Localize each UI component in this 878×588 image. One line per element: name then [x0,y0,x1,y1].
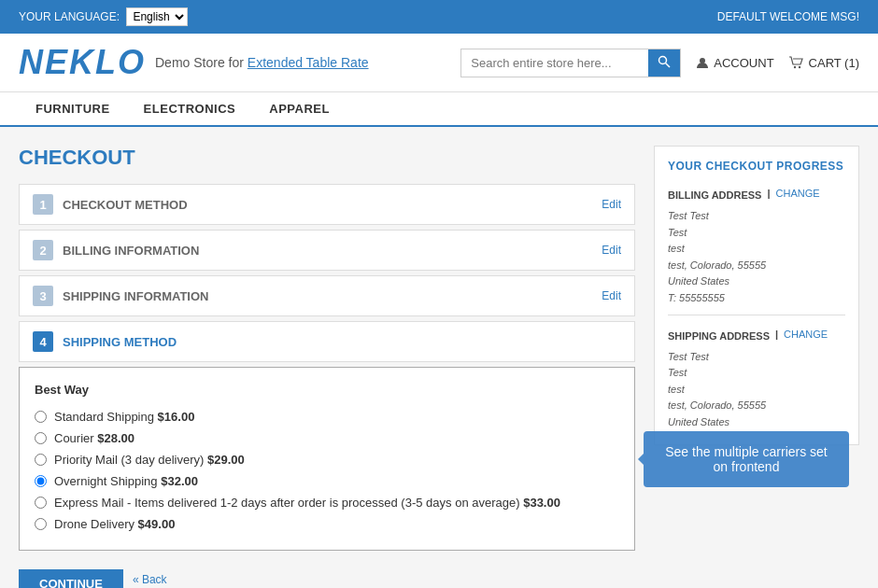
shipping-price-1: $28.00 [97,431,135,445]
shipping-city-state: test, Colorado, 55555 [668,398,845,414]
step-4-number: 4 [33,331,53,352]
continue-button[interactable]: CONTINUE [19,569,123,588]
svg-point-4 [798,66,800,68]
step-2-label: BILLING INFORMATION [63,244,199,258]
step-2-number: 2 [33,240,53,260]
checkout-title: CHECKOUT [19,146,635,170]
shipping-radio-2[interactable] [35,454,47,466]
billing-change-link[interactable]: CHANGE [776,188,820,199]
shipping-radio-3[interactable] [35,475,47,487]
shipping-label-0[interactable]: Standard Shipping $16.00 [54,410,194,424]
navigation: FURNITURE ELECTRONICS APPAREL [0,92,878,127]
shipping-company: Test [668,365,845,382]
step-3-number: 3 [33,286,53,306]
search-input[interactable] [461,50,648,76]
demo-tagline: Demo Store for Extended Table Rate [155,55,369,70]
step-2: 2 BILLING INFORMATION Edit [19,230,635,271]
billing-street: test [668,241,845,258]
progress-box: YOUR CHECKOUT PROGRESS BILLING ADDRESS |… [654,146,859,445]
billing-city-state: test, Colorado, 55555 [668,258,845,274]
svg-point-3 [793,66,795,68]
shipping-radio-4[interactable] [35,497,47,509]
welcome-message: DEFAULT WELCOME MSG! [717,10,859,23]
shipping-radio-0[interactable] [35,411,47,423]
billing-info: Test Test Test test test, Colorado, 5555… [668,208,845,307]
step-1-label: CHECKOUT METHOD [63,198,188,212]
nav-item-furniture[interactable]: FURNITURE [19,92,127,125]
shipping-label-3[interactable]: Overnight Shipping $32.00 [54,474,198,488]
shipping-address-label: SHIPPING ADDRESS [668,330,770,342]
shipping-option-1: Courier $28.00 [35,427,619,449]
step-4-label: SHIPPING METHOD [63,335,177,349]
checkout-area: CHECKOUT 1 CHECKOUT METHOD Edit 2 BILLIN… [19,146,635,588]
shipping-option-0: Standard Shipping $16.00 [35,406,619,427]
account-label: ACCOUNT [714,56,773,70]
step-1: 1 CHECKOUT METHOD Edit [19,184,635,225]
step-3-edit[interactable]: Edit [602,289,621,302]
billing-address-label: BILLING ADDRESS [668,189,761,201]
shipping-option-5: Drone Delivery $49.00 [35,513,619,535]
checkout-actions: CONTINUE « Back [19,560,635,588]
shipping-radio-1[interactable] [35,432,47,444]
cart-link[interactable]: CART (1) [789,56,859,70]
step-3-label: SHIPPING INFORMATION [63,289,208,303]
shipping-radio-5[interactable] [35,518,47,530]
search-bar [460,49,681,77]
shipping-price-0: $16.00 [158,410,195,424]
main-content: CHECKOUT 1 CHECKOUT METHOD Edit 2 BILLIN… [0,127,878,588]
svg-point-0 [659,56,667,63]
language-selector[interactable]: YOUR LANGUAGE: English [19,7,188,26]
header: NEKLO Demo Store for Extended Table Rate… [0,34,878,92]
shipping-label-5[interactable]: Drone Delivery $49.00 [54,517,175,531]
top-bar: YOUR LANGUAGE: English DEFAULT WELCOME M… [0,0,878,34]
logo[interactable]: NEKLO [19,43,146,82]
svg-line-1 [666,63,671,67]
account-link[interactable]: ACCOUNT [696,56,773,70]
shipping-price-3: $32.00 [161,474,198,488]
shipping-option-3: Overnight Shipping $32.00 [35,470,619,492]
step-4: 4 SHIPPING METHOD [19,321,635,362]
back-link[interactable]: « Back [133,573,167,586]
billing-phone: T: 55555555 [668,290,845,307]
carrier-name: Best Way [35,383,619,397]
shipping-name: Test Test [668,349,845,366]
shipping-street: test [668,382,845,399]
demo-prefix: Demo Store for [155,55,248,70]
nav-item-electronics[interactable]: ELECTRONICS [127,92,253,125]
shipping-info: Test Test Test test test, Colorado, 5555… [668,349,845,431]
shipping-price-2: $29.00 [207,453,245,467]
shipping-price-4: $33.00 [523,496,560,510]
shipping-price-5: $49.00 [138,517,176,531]
billing-country: United States [668,273,845,290]
search-button[interactable] [648,49,680,77]
checkout-sidebar: YOUR CHECKOUT PROGRESS BILLING ADDRESS |… [654,146,859,588]
shipping-label-1[interactable]: Courier $28.00 [54,431,135,445]
step-1-edit[interactable]: Edit [602,198,621,211]
demo-link[interactable]: Extended Table Rate [248,55,369,70]
language-dropdown[interactable]: English [126,7,188,26]
billing-company: Test [668,225,845,242]
language-label: YOUR LANGUAGE: [19,10,120,23]
tooltip-text: See the multiple carriers set on fronten… [665,444,828,474]
shipping-change-link[interactable]: CHANGE [784,329,828,340]
step-1-number: 1 [33,194,53,215]
shipping-option-2: Priority Mail (3 day delivery) $29.00 [35,449,619,470]
header-right: ACCOUNT CART (1) [460,49,859,77]
shipping-option-4: Express Mail - Items delivered 1-2 days … [35,492,619,513]
shipping-method-box: Best Way Standard Shipping $16.00 Courie… [19,367,635,551]
shipping-label-4[interactable]: Express Mail - Items delivered 1-2 days … [54,496,560,510]
nav-item-apparel[interactable]: APPAREL [252,92,347,125]
progress-title: YOUR CHECKOUT PROGRESS [668,160,845,173]
shipping-label-2[interactable]: Priority Mail (3 day delivery) $29.00 [54,453,245,467]
shipping-country: United States [668,414,845,431]
cart-label: CART (1) [809,56,859,70]
step-2-edit[interactable]: Edit [602,244,621,257]
tooltip-bubble: See the multiple carriers set on fronten… [644,431,849,487]
logo-area: NEKLO Demo Store for Extended Table Rate [19,43,369,82]
billing-name: Test Test [668,208,845,225]
step-3: 3 SHIPPING INFORMATION Edit [19,275,635,316]
